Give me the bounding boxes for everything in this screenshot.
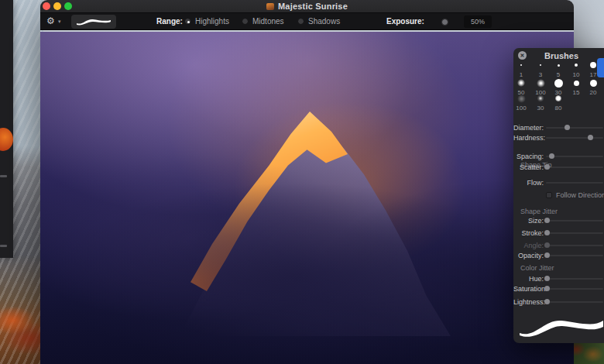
- brush-stroke-preview: [520, 311, 603, 341]
- canvas-image[interactable]: [40, 32, 574, 364]
- radio-icon[interactable]: [184, 18, 191, 25]
- spacing-slider[interactable]: [546, 156, 603, 157]
- background-text-fragment: [0, 245, 7, 247]
- slider-knob[interactable]: [588, 135, 593, 140]
- slider-knob[interactable]: [544, 164, 550, 170]
- brush-swatch[interactable]: 3: [532, 59, 549, 78]
- follow-direction-row[interactable]: Follow Direction: [513, 191, 604, 200]
- slider-knob[interactable]: [544, 299, 550, 304]
- brush-dot-icon: [574, 81, 579, 86]
- brush-dot-icon: [555, 95, 561, 101]
- lightness-label: Lightness:: [513, 298, 544, 306]
- hue-slider[interactable]: [546, 278, 603, 280]
- background-text-fragment: [0, 175, 7, 177]
- diameter-label: Diameter:: [513, 124, 544, 132]
- scatter-label: Scatter:: [513, 163, 544, 171]
- background-thumbnail-fragment: [0, 128, 13, 151]
- angle-label: Angle:: [513, 242, 544, 249]
- brush-dot-icon: [537, 79, 545, 88]
- slider-knob[interactable]: [544, 286, 550, 291]
- flow-label: Flow:: [513, 179, 544, 187]
- app-window: Majestic Sunrise ⚙ ▾ Range: Highlights M…: [40, 0, 574, 364]
- opacity-row: Opacity:: [513, 251, 604, 260]
- range-option-highlights[interactable]: Highlights: [184, 17, 229, 26]
- stroke-slider[interactable]: [546, 232, 603, 234]
- angle-slider[interactable]: [546, 245, 603, 246]
- hue-label: Hue:: [513, 275, 544, 283]
- brush-swatch[interactable]: 80: [550, 92, 567, 112]
- size-slider[interactable]: [546, 220, 603, 221]
- slider-knob[interactable]: [549, 153, 554, 159]
- brush-dot-icon: [520, 64, 522, 66]
- brush-swatch[interactable]: 15: [568, 77, 585, 96]
- gear-icon[interactable]: ⚙: [46, 15, 55, 27]
- opacity-label: Opacity:: [513, 252, 544, 259]
- range-label: Range:: [156, 17, 183, 26]
- size-row: Size:: [513, 216, 604, 225]
- saturation-row: Saturation:: [513, 284, 604, 294]
- brush-stroke-icon: [76, 16, 112, 27]
- radio-icon[interactable]: [297, 18, 304, 25]
- follow-direction-checkbox[interactable]: [546, 192, 552, 198]
- slider-knob[interactable]: [544, 218, 550, 223]
- brush-swatch[interactable]: 20: [585, 77, 602, 96]
- spacing-row: Spacing:: [513, 152, 604, 161]
- document-thumbnail-icon: [266, 3, 274, 10]
- slider-knob[interactable]: [544, 242, 550, 248]
- saturation-label: Saturation:: [513, 285, 544, 293]
- range-option-midtones[interactable]: Midtones: [242, 17, 284, 26]
- exposure-label: Exposure:: [386, 17, 424, 26]
- exposure-slider-knob[interactable]: [441, 19, 448, 26]
- chevron-down-icon[interactable]: ▾: [58, 15, 61, 28]
- brush-dot-icon: [517, 94, 526, 103]
- exposure-value-field[interactable]: 50%: [464, 15, 492, 28]
- diameter-row: Diameter:: [513, 123, 604, 132]
- window-title-group: Majestic Sunrise: [40, 2, 574, 11]
- diameter-slider[interactable]: [546, 127, 603, 129]
- brush-swatch[interactable]: 1: [513, 59, 530, 78]
- brush-swatch[interactable]: 5: [550, 59, 567, 78]
- hardness-label: Hardness:: [513, 134, 544, 142]
- slider-knob[interactable]: [544, 276, 550, 281]
- titlebar[interactable]: Majestic Sunrise: [40, 0, 574, 12]
- brush-dot-icon: [575, 64, 578, 67]
- size-label: Size:: [513, 217, 544, 225]
- slider-knob[interactable]: [544, 252, 550, 258]
- brush-dot-icon: [590, 62, 596, 68]
- brush-swatch[interactable]: 10: [568, 59, 585, 78]
- mist-overlay: [40, 32, 574, 364]
- range-option-shadows[interactable]: Shadows: [297, 17, 340, 26]
- stroke-label: Stroke:: [513, 229, 544, 237]
- opacity-slider[interactable]: [546, 255, 603, 256]
- brush-dot-icon: [540, 64, 541, 66]
- brush-swatch[interactable]: 30: [532, 92, 549, 112]
- follow-direction-label: Follow Direction: [556, 191, 604, 199]
- color-jitter-header: Color Jitter: [520, 264, 554, 272]
- angle-row: Angle:: [513, 241, 604, 250]
- background-window-edge: [0, 0, 13, 258]
- shape-jitter-header: Shape Jitter: [520, 208, 558, 215]
- brush-dot-icon: [590, 80, 597, 87]
- brush-swatch[interactable]: 17: [585, 59, 602, 78]
- screen: Majestic Sunrise ⚙ ▾ Range: Highlights M…: [0, 0, 604, 364]
- brush-dot-icon: [517, 79, 525, 87]
- brush-preview-well[interactable]: [71, 15, 116, 29]
- hardness-row: Hardness:: [513, 133, 604, 143]
- saturation-slider[interactable]: [546, 288, 603, 290]
- radio-icon[interactable]: [242, 18, 249, 25]
- hue-row: Hue:: [513, 274, 604, 283]
- flow-row: Flow:: [513, 178, 604, 187]
- scatter-slider[interactable]: [546, 167, 603, 168]
- brush-dot-icon: [554, 79, 563, 88]
- scatter-row: Scatter:: [513, 163, 604, 172]
- hardness-slider[interactable]: [546, 137, 603, 139]
- slider-knob[interactable]: [565, 125, 570, 130]
- slider-knob[interactable]: [544, 230, 550, 235]
- toolbar: ⚙ ▾ Range: Highlights Midtones Shadows .: [40, 12, 574, 30]
- spacing-label: Spacing:: [513, 153, 544, 160]
- lightness-row: Lightness:: [513, 297, 604, 307]
- brush-swatch[interactable]: 100: [513, 92, 530, 112]
- flow-slider[interactable]: [546, 182, 603, 184]
- lightness-slider[interactable]: [546, 301, 603, 303]
- stroke-row: Stroke:: [513, 228, 604, 238]
